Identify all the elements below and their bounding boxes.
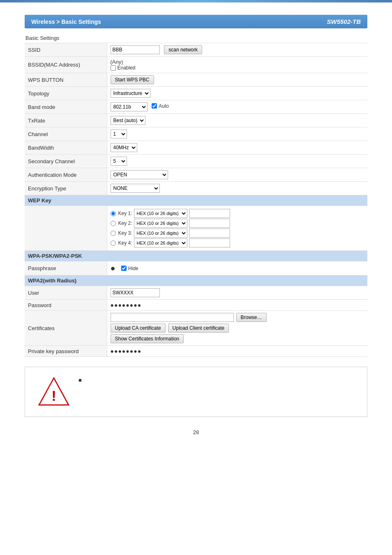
wep-key-4-radio[interactable] [111,240,116,246]
value-certificates: Browse… Upload CA certificate Upload Cli… [107,311,367,346]
wep-key-4-format[interactable]: HEX (10 or 26 digits) ASCII (5 or 13 cha… [134,238,187,247]
wep-key-3-radio[interactable] [111,231,116,236]
row-channel: Channel 1234 5678 91011 [25,127,367,141]
wpapsk-section-label: WPA-PSK/WPA2-PSK [25,251,367,261]
browse-button[interactable]: Browse… [236,313,267,322]
hide-label: Hide [128,266,138,271]
label-certificates: Certificates [25,311,107,346]
select-auth-mode[interactable]: OPEN SHARED WPA-PSK WPA2-PSK WPA WPA2 [111,170,168,179]
value-bandmode: 802.11b 802.11g 802.11n 802.11b/g 802.11… [107,100,367,114]
wep-section-label: WEP Key [25,195,367,206]
cert-area: Browse… Upload CA certificate Upload Cli… [111,313,364,343]
wep-key-1-input[interactable] [189,209,230,218]
wep-key-3-format[interactable]: HEX (10 or 26 digits) ASCII (5 or 13 cha… [134,229,187,238]
panel-header: Wireless > Basic Settings SW5502-TB [25,15,367,28]
wep-key-1-row: Key 1: HEX (10 or 26 digits) ASCII (5 or… [111,209,364,218]
value-encryption: NONE WEP TKIP AES [107,182,367,195]
panel-title: Wireless > Basic Settings [31,18,101,25]
enabled-area: Enabled [111,65,364,71]
row-encryption: Encryption Type NONE WEP TKIP AES [25,182,367,195]
select-secondary-channel[interactable]: 1234 5678 91011 [111,157,127,166]
wep-key-2-label: Key 2: [118,220,132,226]
label-txrate: TxRate [25,114,107,127]
row-auth-mode: Authentication Mode OPEN SHARED WPA-PSK … [25,168,367,182]
row-password: Password ●●●●●●●● [25,300,367,311]
select-bandwidth[interactable]: 20MHz 40MHz [111,143,137,152]
value-bandwidth: 20MHz 40MHz [107,141,367,155]
wep-key-4-label: Key 4: [118,240,132,246]
page-number-value: 28 [193,429,199,435]
select-bandmode[interactable]: 802.11b 802.11g 802.11n 802.11b/g 802.11… [111,102,148,111]
panel-model: SW5502-TB [327,18,361,25]
enabled-checkbox[interactable] [111,65,116,71]
auto-checkbox[interactable] [152,103,157,109]
warning-bullet: ■ [78,377,82,383]
select-encryption[interactable]: NONE WEP TKIP AES [111,184,160,193]
label-password: Password [25,300,107,311]
bssid-value: (Any) [111,59,123,65]
value-topology: Infrastructure Ad-Hoc [107,87,367,100]
input-ssid[interactable] [111,45,160,54]
row-passphrase: Passphrase ● Hide [25,261,367,275]
row-topology: Topology Infrastructure Ad-Hoc [25,87,367,100]
label-encryption: Encryption Type [25,182,107,195]
show-cert-button[interactable]: Show Certificates Information [111,334,184,343]
wep-key-4-input[interactable] [189,238,230,247]
wep-key-1-label: Key 1: [118,210,132,216]
row-wep-header: WEP Key [25,195,367,206]
row-txrate: TxRate Best (auto) [25,114,367,127]
value-private-key: ●●●●●●●● [107,346,367,357]
value-bssid: (Any) Enabled [107,57,367,73]
wep-key-3-label: Key 3: [118,230,132,236]
label-wps: WPS BUTTON [25,73,107,87]
value-ssid: scan network [107,43,367,57]
wpa2radius-section-label: WPA2(with Radius) [25,275,367,286]
cert-file-input[interactable] [111,313,234,322]
row-bandwidth: BandWidth 20MHz 40MHz [25,141,367,155]
select-txrate[interactable]: Best (auto) [111,116,145,125]
wep-key-4-row: Key 4: HEX (10 or 26 digits) ASCII (5 or… [111,238,364,247]
label-topology: Topology [25,87,107,100]
scan-network-button[interactable]: scan network [164,45,202,54]
warning-content: ■ [78,375,82,383]
value-auth-mode: OPEN SHARED WPA-PSK WPA2-PSK WPA WPA2 [107,168,367,182]
label-auth-mode: Authentication Mode [25,168,107,182]
upload-client-button[interactable]: Upload Client certificate [168,324,229,333]
warning-icon: ! [37,375,70,408]
passphrase-dot: ● [111,264,115,273]
label-ssid: SSID [25,43,107,57]
value-wps: Start WPS PBC [107,73,367,87]
auto-label: Auto [159,103,169,109]
hide-area: Hide [121,266,138,271]
start-wps-button[interactable]: Start WPS PBC [111,75,154,84]
label-secondary-channel: Secondary Channel [25,155,107,168]
row-ssid: SSID scan network [25,43,367,57]
enabled-label: Enabled [118,65,136,71]
password-dots: ●●●●●●●● [111,302,142,308]
wep-key-3-input[interactable] [189,229,230,238]
wep-keys-empty [25,206,107,251]
value-secondary-channel: 1234 5678 91011 [107,155,367,168]
upload-ca-button[interactable]: Upload CA certificate [111,324,166,333]
select-topology[interactable]: Infrastructure Ad-Hoc [111,89,150,98]
wep-key-2-radio[interactable] [111,221,116,226]
wep-key-2-format[interactable]: HEX (10 or 26 digits) ASCII (5 or 13 cha… [134,219,187,228]
page-number: 28 [25,429,367,435]
wep-keys-content: Key 1: HEX (10 or 26 digits) ASCII (5 or… [107,206,367,251]
hide-checkbox[interactable] [121,266,127,271]
svg-text:!: ! [51,388,56,404]
wep-key-1-format[interactable]: HEX (10 or 26 digits) ASCII (5 or 13 cha… [134,209,187,218]
section-label: Basic Settings [25,35,367,41]
row-certificates: Certificates Browse… Upload CA certifica… [25,311,367,346]
row-bssid: BSSID(MAC Address) (Any) Enabled [25,57,367,73]
value-channel: 1234 5678 91011 [107,127,367,141]
input-user[interactable] [111,288,160,297]
private-key-dots: ●●●●●●●● [111,348,142,354]
row-wps: WPS BUTTON Start WPS PBC [25,73,367,87]
row-wep-keys: Key 1: HEX (10 or 26 digits) ASCII (5 or… [25,206,367,251]
show-cert-row: Show Certificates Information [111,334,364,343]
wep-key-2-input[interactable] [189,219,230,228]
label-bandmode: Band mode [25,100,107,114]
select-channel[interactable]: 1234 5678 91011 [111,130,127,139]
wep-key-1-radio[interactable] [111,211,116,216]
